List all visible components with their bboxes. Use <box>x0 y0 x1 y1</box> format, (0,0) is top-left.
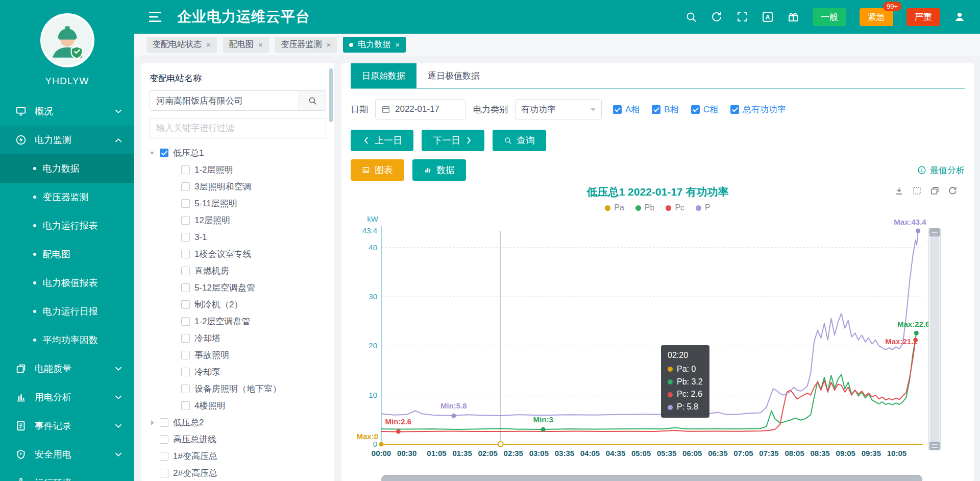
tree-item-3-1[interactable]: 3-1 <box>150 229 326 246</box>
data-tab-日原始数据[interactable]: 日原始数据 <box>351 63 416 88</box>
tree-item-3层照明和空调[interactable]: 3层照明和空调 <box>150 178 326 195</box>
vertical-zoom-handle-top[interactable] <box>929 228 940 236</box>
tree-item-5-12层空调盘管[interactable]: 5-12层空调盘管 <box>150 279 326 296</box>
checkbox[interactable] <box>691 105 700 114</box>
zoom-box-icon[interactable] <box>912 186 922 196</box>
checkbox[interactable] <box>652 105 660 114</box>
chart-view-button[interactable]: 图表 <box>351 159 404 181</box>
vertical-zoom-slider[interactable] <box>928 228 941 450</box>
checkbox[interactable] <box>730 105 739 114</box>
tree-item-低压总1[interactable]: 低压总1 <box>150 145 326 161</box>
user-icon[interactable] <box>953 11 966 23</box>
data-view-button[interactable]: 数据 <box>412 159 466 181</box>
tree-item-1-2层照明[interactable]: 1-2层照明 <box>150 161 326 178</box>
open-tab-配电图[interactable]: 配电图 × <box>223 37 269 53</box>
legend-item-Pb[interactable]: Pb <box>635 203 655 212</box>
gift-icon[interactable] <box>787 11 799 23</box>
prev-day-button[interactable]: 上一日 <box>351 130 413 151</box>
data-tab-逐日极值数据[interactable]: 逐日极值数据 <box>416 63 491 88</box>
avatar[interactable] <box>40 13 94 67</box>
sidebar-subitem-平均功率因数[interactable]: • 平均功率因数 <box>0 326 134 354</box>
tree-checkbox[interactable] <box>181 300 190 309</box>
tree-checkbox[interactable] <box>181 233 190 242</box>
alarm-badge-一般[interactable]: 一般 <box>813 8 846 26</box>
query-button[interactable]: 查询 <box>493 130 546 151</box>
tree-checkbox[interactable] <box>160 435 168 444</box>
refresh-icon[interactable] <box>948 186 958 196</box>
tree-checkbox[interactable] <box>181 283 190 292</box>
tree-item-5-11层照明[interactable]: 5-11层照明 <box>150 195 326 212</box>
sidebar-subitem-电力极值报表[interactable]: • 电力极值报表 <box>0 269 134 297</box>
translate-icon[interactable]: A <box>762 11 774 23</box>
close-icon[interactable]: × <box>258 40 263 49</box>
caret-down-icon[interactable] <box>150 149 160 157</box>
phase-checkbox-B相[interactable]: B相 <box>652 104 678 115</box>
horizontal-zoom-slider[interactable] <box>381 475 922 481</box>
vertical-zoom-handle-bottom[interactable] <box>929 442 940 450</box>
legend-item-P[interactable]: P <box>696 203 710 212</box>
tree-checkbox[interactable] <box>181 351 190 359</box>
search-icon[interactable] <box>685 11 697 23</box>
alarm-badge-严重[interactable]: 严重 <box>906 8 940 26</box>
tree-filter-input[interactable] <box>150 118 326 138</box>
station-name-input[interactable] <box>150 90 299 111</box>
tree-item-1-2层空调盘管[interactable]: 1-2层空调盘管 <box>150 313 326 330</box>
tree-item-制冷机（2）[interactable]: 制冷机（2） <box>150 296 326 313</box>
sidebar-item-电力监测[interactable]: 电力监测 <box>0 126 134 154</box>
tree-item-1楼会议室专线[interactable]: 1楼会议室专线 <box>150 246 326 262</box>
tree-checkbox[interactable] <box>181 334 190 343</box>
tree-checkbox[interactable] <box>160 418 168 427</box>
next-day-button[interactable]: 下一日 <box>422 130 484 151</box>
sidebar-item-事件记录[interactable]: 事件记录 <box>0 412 134 440</box>
sidebar-item-安全用电[interactable]: 安全用电 <box>0 440 134 469</box>
fullscreen-icon[interactable] <box>736 11 748 23</box>
restore-icon[interactable] <box>930 186 940 196</box>
tree-checkbox[interactable] <box>160 469 168 477</box>
sidebar-subitem-电力运行日报[interactable]: • 电力运行日报 <box>0 297 134 326</box>
sidebar-item-概况[interactable]: 概况 <box>0 97 134 126</box>
tree-item-1#变高压总[interactable]: 1#变高压总 <box>150 448 326 465</box>
tree-item-低压总2[interactable]: 低压总2 <box>150 414 326 431</box>
sidebar-item-电能质量[interactable]: 电能质量 <box>0 354 134 383</box>
sidebar-item-用电分析[interactable]: 用电分析 <box>0 383 134 412</box>
tree-checkbox[interactable] <box>181 317 190 326</box>
power-line-chart[interactable]: 01020304043.4kW00:0000:3001:0501:3502:05… <box>351 213 963 469</box>
close-icon[interactable]: × <box>206 40 211 49</box>
sidebar-subitem-电力运行报表[interactable]: • 电力运行报表 <box>0 211 134 240</box>
hamburger-icon[interactable] <box>149 11 162 22</box>
vertical-zoom-thumb[interactable] <box>930 233 939 445</box>
tree-checkbox[interactable] <box>181 216 190 225</box>
phase-checkbox-A相[interactable]: A相 <box>613 104 640 115</box>
tree-item-高压总进线[interactable]: 高压总进线 <box>150 431 326 448</box>
close-icon[interactable]: × <box>395 40 400 49</box>
phase-checkbox-C相[interactable]: C相 <box>691 104 718 115</box>
station-search-button[interactable] <box>299 90 326 111</box>
tree-checkbox[interactable] <box>181 182 190 191</box>
refresh-icon[interactable] <box>710 11 723 23</box>
sidebar-item-运行环境[interactable]: 运行环境 <box>0 469 134 481</box>
tree-checkbox[interactable] <box>160 452 168 461</box>
open-tab-变压器监测[interactable]: 变压器监测 × <box>275 37 337 53</box>
tree-checkbox[interactable] <box>181 199 190 208</box>
tree-checkbox[interactable] <box>181 401 190 410</box>
legend-item-Pa[interactable]: Pa <box>605 203 624 212</box>
date-input[interactable]: 2022-01-17 <box>375 99 466 119</box>
open-tab-变配电站状态[interactable]: 变配电站状态 × <box>146 37 217 53</box>
download-icon[interactable] <box>894 186 904 196</box>
legend-item-Pc[interactable]: Pc <box>666 203 684 212</box>
close-icon[interactable]: × <box>327 40 331 49</box>
tree-item-设备房照明（地下室）[interactable]: 设备房照明（地下室） <box>150 380 326 397</box>
max-analysis-link[interactable]: 最值分析 <box>917 164 965 176</box>
tree-scrollbar[interactable] <box>329 68 333 122</box>
power-type-select[interactable]: 有功功率 <box>515 99 602 119</box>
sidebar-subitem-变压器监测[interactable]: • 变压器监测 <box>0 183 134 211</box>
tree-item-2#变高压总[interactable]: 2#变高压总 <box>150 465 326 481</box>
tree-item-直燃机房[interactable]: 直燃机房 <box>150 262 326 279</box>
checkbox[interactable] <box>613 105 622 114</box>
caret-right-icon[interactable] <box>150 420 160 425</box>
tree-checkbox[interactable] <box>181 165 190 174</box>
tree-item-12层照明[interactable]: 12层照明 <box>150 212 326 229</box>
tree-item-事故照明[interactable]: 事故照明 <box>150 347 326 364</box>
alarm-badge-紧急[interactable]: 紧急99+ <box>860 8 893 26</box>
open-tab-电力数据[interactable]: 电力数据 × <box>343 37 406 53</box>
